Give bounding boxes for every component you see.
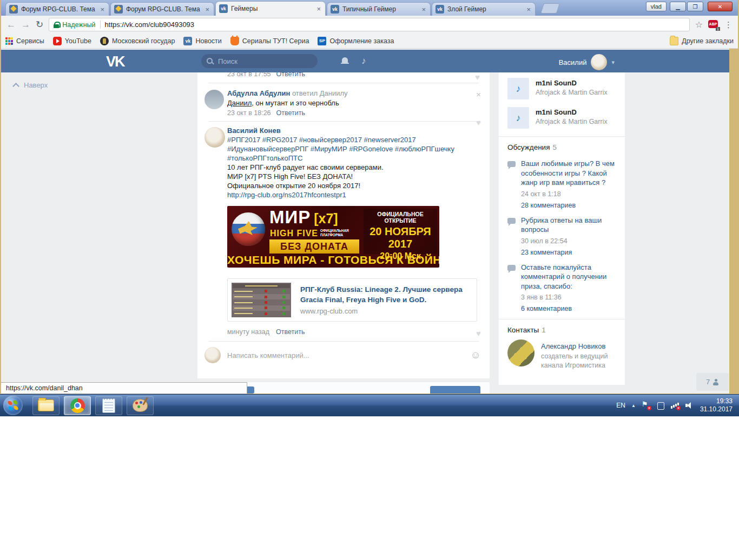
- tab-typical-gamer[interactable]: vk Типичный Геймер ×: [327, 2, 431, 16]
- vk-favicon: vk: [331, 5, 339, 14]
- other-bookmarks[interactable]: Другие закладки: [670, 37, 734, 45]
- network-icon[interactable]: ✕: [671, 402, 679, 409]
- post-author-link[interactable]: Василий Конев: [227, 126, 281, 135]
- reply-link[interactable]: Ответить: [276, 328, 305, 336]
- contact-name-link[interactable]: Александр Новиков: [541, 339, 616, 350]
- bookmark-star-icon[interactable]: ☆: [695, 19, 703, 30]
- link-card-title[interactable]: РПГ-Клуб Russia: Lineage 2. Лучшие серве…: [300, 284, 470, 305]
- address-bar[interactable]: Надежный https://vk.com/club90493093: [49, 18, 689, 31]
- reload-icon[interactable]: ↻: [36, 19, 43, 30]
- taskbar-paint-button[interactable]: [127, 396, 154, 415]
- discussion-comments-link[interactable]: 6 комментариев: [521, 305, 616, 312]
- tab-gamers-active[interactable]: vk Геймеры ×: [215, 1, 326, 16]
- bookmark-news[interactable]: vk Новости: [183, 37, 221, 45]
- window-close-button[interactable]: ✕: [708, 2, 733, 11]
- discussion-comments-link[interactable]: 23 комментария: [521, 249, 616, 256]
- start-button[interactable]: [3, 396, 23, 415]
- vk-favicon: vk: [436, 5, 444, 14]
- tab-close-icon[interactable]: ×: [204, 5, 210, 14]
- discussion-title[interactable]: Оставьте пожалуйста комментарий о получе…: [521, 263, 616, 291]
- tab-close-icon[interactable]: ×: [525, 5, 532, 14]
- tab-forum-rpg-1[interactable]: Форум RPG-CLUB. Тема ×: [5, 2, 109, 16]
- hashtags-line[interactable]: #ИдунановыйсерверРПГ #МируМИР #RPGonelov…: [227, 144, 479, 154]
- bookmark-serials[interactable]: Сериалы ТУТ! Сериа: [230, 37, 309, 45]
- promo-banner-image[interactable]: МИР [x7] HIGH FIVE ОФИЦИАЛЬНАЯ ПЛАТФОРМА…: [227, 206, 439, 268]
- music-note-icon[interactable]: ♪: [361, 56, 366, 66]
- banner-opening-label: ОФИЦИАЛЬНОЕ ОТКРЫТИЕ: [364, 211, 437, 224]
- discussion-title[interactable]: Ваши любимые игры? В чем особенности игр…: [521, 159, 616, 188]
- contact-avatar[interactable]: [507, 339, 535, 366]
- reply-link[interactable]: Ответить: [276, 109, 305, 117]
- post-author-avatar[interactable]: [204, 127, 225, 148]
- taskbar-explorer-button[interactable]: [32, 396, 60, 415]
- taskbar-notepad-button[interactable]: [95, 396, 122, 415]
- discussion-item[interactable]: Рубрика ответы на ваши вопросы 30 июл в …: [499, 209, 625, 256]
- tab-angry-gamer[interactable]: vk Злой Геймер ×: [432, 2, 536, 16]
- adblock-icon[interactable]: ABP 1: [708, 20, 719, 30]
- emoji-smiley-icon[interactable]: ☺: [471, 349, 481, 361]
- discussions-header[interactable]: Обсуждения5: [499, 137, 625, 152]
- window-maximize-button[interactable]: ❐: [687, 2, 703, 11]
- close-icon[interactable]: ×: [476, 90, 481, 99]
- taskbar-chrome-button[interactable]: [64, 396, 91, 415]
- back-to-top-label: Наверх: [24, 81, 48, 89]
- cat-icon: [230, 37, 239, 45]
- vk-logo[interactable]: VK: [106, 54, 124, 70]
- discussion-title[interactable]: Рубрика ответы на ваши вопросы: [521, 216, 616, 235]
- discussion-item[interactable]: Оставьте пожалуйста комментарий о получе…: [499, 256, 625, 313]
- tab-forum-rpg-2[interactable]: Форум RPG-CLUB. Тема ×: [110, 2, 214, 16]
- clipboard-tray-icon[interactable]: [656, 402, 665, 409]
- track-title: m1ni SounD: [536, 78, 608, 87]
- partial-comment-meta: 23 окт в 17:55 Ответить ♥: [197, 72, 490, 83]
- tab-close-icon[interactable]: ×: [315, 5, 322, 13]
- taskbar-clock[interactable]: 19:33 31.10.2017: [700, 397, 733, 414]
- post-text-line: МИР [x7] PTS High Five! БЕЗ ДОНАТА!: [227, 172, 479, 181]
- back-icon[interactable]: ←: [6, 19, 16, 30]
- link-card-body: РПГ-Клуб Russia: Lineage 2. Лучшие серве…: [295, 279, 477, 321]
- forward-icon[interactable]: →: [21, 19, 30, 30]
- banner-rate: [x7]: [314, 211, 338, 226]
- back-to-top-link[interactable]: Наверх: [14, 81, 48, 89]
- volume-icon[interactable]: [685, 402, 694, 409]
- discussion-comments-link[interactable]: 28 комментариев: [521, 202, 616, 209]
- windows-flag-icon: [8, 400, 18, 411]
- link-card-domain: www.rpg-club.com: [300, 307, 470, 315]
- music-item[interactable]: ♪ m1ni SounD Afrojack & Martin Garrix: [499, 78, 625, 99]
- music-item[interactable]: ♪ m1ni SounD Afrojack & Martin Garrix: [499, 107, 625, 129]
- banner-opening-date: 20 НОЯБРЯ 2017: [364, 225, 437, 250]
- bookmark-services[interactable]: Сервисы: [5, 37, 44, 45]
- menu-dots-icon[interactable]: ⋮: [724, 20, 733, 30]
- comment-input[interactable]: Написать комментарий...: [227, 349, 479, 359]
- bookmark-youtube[interactable]: YouTube: [53, 37, 91, 45]
- like-heart-icon[interactable]: ♥: [476, 329, 481, 338]
- contact-item[interactable]: Александр Новиков создатель и ведущий ка…: [499, 335, 625, 370]
- tab-title: Форум RPG-CLUB. Тема: [126, 5, 201, 13]
- link-preview-card[interactable]: РПГ-Клуб Russia: Lineage 2. Лучшие серве…: [227, 278, 477, 322]
- hashtags-line[interactable]: #РПГ2017 #RPG2017 #новыйсервер2017 #news…: [227, 135, 479, 144]
- tab-close-icon[interactable]: ×: [99, 5, 105, 14]
- header-user-menu[interactable]: Василий ▾: [559, 54, 615, 70]
- mention-link[interactable]: Даниил: [227, 99, 252, 107]
- search-input[interactable]: Поиск: [201, 54, 318, 68]
- taskbar: EN ▲ ✕ ✕ 19:33 31.10.2017: [0, 394, 739, 416]
- language-indicator[interactable]: EN: [616, 402, 625, 409]
- reply-link[interactable]: Ответить: [276, 72, 305, 78]
- bookmark-moscow-university[interactable]: Московский государ: [100, 37, 175, 45]
- bookmark-order[interactable]: SP Оформление заказа: [318, 37, 394, 45]
- discussion-item[interactable]: Ваши любимые игры? В чем особенности игр…: [499, 152, 625, 209]
- online-members-badge[interactable]: 7: [696, 373, 729, 391]
- url-text[interactable]: https://vk.com/club90493093: [105, 21, 195, 29]
- browser-profile-button[interactable]: vlad: [646, 2, 667, 11]
- commenter-avatar[interactable]: [204, 90, 224, 109]
- action-center-flag-icon[interactable]: ✕: [642, 402, 650, 409]
- partial-blue-button[interactable]: [430, 386, 480, 394]
- contacts-header[interactable]: Контакты1: [499, 319, 625, 335]
- tab-close-icon[interactable]: ×: [420, 5, 427, 14]
- like-heart-icon[interactable]: ♥: [475, 72, 480, 82]
- post-external-link[interactable]: http://rpg-club.org/ns2017hfcontestpr1: [227, 190, 479, 199]
- window-minimize-button[interactable]: ▁: [670, 2, 686, 11]
- tray-expand-arrow[interactable]: ▲: [631, 403, 636, 408]
- hashtags-line[interactable]: #толькоРПГтолькоПТС: [227, 154, 479, 163]
- commenter-name-link[interactable]: Абдулла Абдулин: [227, 89, 290, 97]
- new-tab-button[interactable]: [540, 3, 560, 14]
